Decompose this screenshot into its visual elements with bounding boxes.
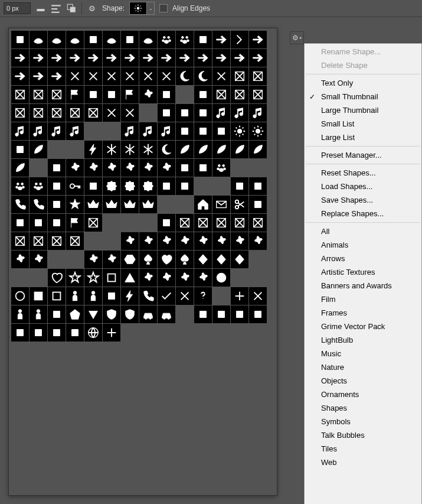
shape-blank27[interactable] [176, 305, 194, 323]
shape-blank7[interactable] [30, 159, 47, 177]
panel-menu-button[interactable]: ⚙▸ [290, 31, 304, 44]
shape-flower8[interactable] [139, 232, 157, 250]
shape-blank4[interactable] [103, 122, 120, 140]
shape-key[interactable] [66, 177, 84, 195]
shape-tex9[interactable] [121, 104, 139, 122]
shape-crown1[interactable] [84, 196, 102, 213]
shape-arr10[interactable] [176, 49, 194, 67]
shape-recycle2[interactable] [231, 305, 248, 323]
shape-arr14[interactable] [249, 49, 267, 67]
shape-butterfly[interactable] [212, 122, 230, 140]
shape-bass-clef[interactable] [66, 122, 84, 140]
shape-pencil3[interactable] [231, 177, 248, 195]
shape-square[interactable] [30, 287, 47, 305]
shape-target[interactable] [30, 214, 47, 232]
menu-large-thumbnail[interactable]: Large Thumbnail [305, 103, 421, 117]
shape-seal[interactable] [139, 86, 157, 103]
shape-burst4[interactable] [103, 251, 120, 268]
shape-exclaim[interactable] [176, 287, 194, 305]
shape-burst6[interactable] [158, 269, 175, 287]
shape-flower1[interactable] [66, 159, 84, 177]
shape-crescent[interactable] [158, 141, 175, 158]
shape-shield2[interactable] [121, 305, 139, 323]
shape-orn6[interactable] [48, 232, 66, 250]
shape-star-badge[interactable] [66, 196, 84, 213]
shape-check[interactable] [158, 287, 175, 305]
shape-tex2[interactable] [84, 67, 102, 85]
shape-female[interactable] [11, 324, 29, 342]
shape-heart-out[interactable] [48, 269, 66, 287]
menu-arrows[interactable]: Arrows [305, 252, 421, 265]
menu-artistic[interactable]: Artistic Textures [305, 265, 421, 279]
shape-bulb1[interactable] [176, 159, 194, 177]
shape-phone[interactable] [11, 196, 29, 213]
shape-pencil2[interactable] [176, 177, 194, 195]
shape-triangle-dn[interactable] [84, 305, 102, 323]
menu-frames[interactable]: Frames [305, 306, 421, 320]
shape-arr3[interactable] [48, 49, 66, 67]
menu-talk-bubbles[interactable]: Talk Bubbles [305, 428, 421, 442]
shape-shield[interactable] [103, 305, 120, 323]
shape-blank6[interactable] [66, 141, 84, 158]
align-edges-checkbox[interactable] [159, 4, 168, 12]
stroke-type-icon[interactable]: ▬ [35, 3, 46, 14]
shape-musicnote3[interactable] [249, 104, 267, 122]
shape-orn3[interactable] [249, 214, 267, 232]
shape-fish[interactable] [30, 31, 47, 48]
shape-diamond2[interactable] [212, 251, 230, 268]
shape-yinyang[interactable] [249, 305, 267, 323]
menu-web[interactable]: Web [305, 456, 421, 469]
shape-sun-spiral[interactable] [231, 122, 248, 140]
menu-film[interactable]: Film [305, 292, 421, 306]
shape-blank21[interactable] [249, 251, 267, 268]
shape-tile2[interactable] [194, 214, 212, 232]
shape-flag[interactable] [121, 86, 139, 103]
shape-bike[interactable] [194, 305, 212, 323]
shape-car[interactable] [158, 305, 175, 323]
shape-snow1[interactable] [103, 141, 120, 158]
shape-film-strip[interactable] [212, 86, 230, 103]
shape-blank22[interactable] [11, 269, 29, 287]
shape-scissors[interactable] [231, 196, 248, 213]
shape-arr6[interactable] [103, 49, 120, 67]
shape-car-side[interactable] [139, 305, 157, 323]
shape-trophy[interactable] [84, 86, 102, 103]
shape-blank20[interactable] [66, 251, 84, 268]
shape-banner4[interactable] [30, 86, 47, 103]
menu-load-shapes[interactable]: Load Shapes... [305, 180, 421, 193]
shape-burst2[interactable] [231, 232, 248, 250]
shape-blank11[interactable] [212, 177, 230, 195]
shape-sharp[interactable] [158, 122, 175, 140]
shape-treble[interactable] [121, 122, 139, 140]
shape-leaf6[interactable] [11, 159, 29, 177]
shape-barcode[interactable] [48, 214, 66, 232]
shape-atom[interactable] [66, 324, 84, 342]
shape-star-out[interactable] [66, 269, 84, 287]
shape-arr2[interactable] [30, 49, 47, 67]
menu-save-shapes[interactable]: Save Shapes... [305, 193, 421, 207]
shape-flower11[interactable] [194, 232, 212, 250]
shape-arr-curve2[interactable] [30, 67, 47, 85]
shape-recycle1[interactable] [212, 305, 230, 323]
menu-all[interactable]: All [305, 225, 421, 238]
menu-symbols[interactable]: Symbols [305, 415, 421, 428]
shape-circle[interactable] [212, 269, 230, 287]
shape-musicnote4[interactable] [11, 122, 29, 140]
shape-lightning[interactable] [121, 287, 139, 305]
shape-star-out2[interactable] [84, 269, 102, 287]
shape-puzzle2[interactable] [121, 177, 139, 195]
shape-blank17[interactable] [84, 232, 102, 250]
shape-flower2[interactable] [84, 159, 102, 177]
menu-delete[interactable]: Delete Shape [305, 58, 421, 72]
menu-small-list[interactable]: Small List [305, 117, 421, 131]
menu-text-only[interactable]: Text Only [305, 76, 421, 90]
shape-male[interactable] [30, 324, 47, 342]
shape-orn5[interactable] [30, 232, 47, 250]
shape-musicnote6[interactable] [48, 122, 66, 140]
shape-tex3[interactable] [103, 67, 120, 85]
shape-paperclip[interactable] [249, 196, 267, 213]
shape-blank5[interactable] [48, 141, 66, 158]
shape-diamond3[interactable] [231, 251, 248, 268]
shape-hand2[interactable] [11, 177, 29, 195]
menu-large-list[interactable]: Large List [305, 131, 421, 144]
